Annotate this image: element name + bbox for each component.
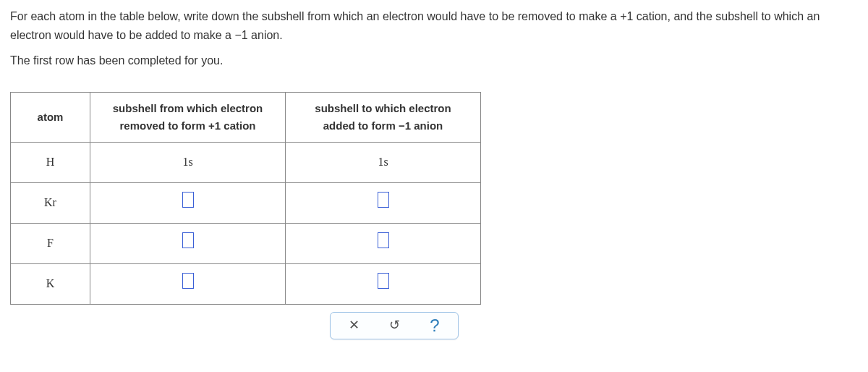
instructions: For each atom in the table below, write … [10, 7, 858, 70]
answer-input[interactable] [182, 273, 194, 289]
help-button[interactable]: ? [427, 318, 442, 333]
answer-input[interactable] [378, 192, 389, 208]
answer-input[interactable] [378, 232, 389, 248]
table-row: H 1s 1s [11, 142, 481, 182]
question-table: atom subshell from which electron remove… [10, 92, 481, 305]
help-icon: ? [430, 312, 439, 339]
header-remove: subshell from which electron removed to … [90, 92, 286, 142]
clear-button[interactable]: ✕ [346, 318, 361, 333]
atom-cell: H [11, 142, 90, 182]
add-cell: 1s [286, 142, 481, 182]
answer-input[interactable] [182, 232, 194, 248]
answer-toolbar: ✕ ↺ ? [330, 312, 459, 339]
answer-input[interactable] [182, 192, 194, 208]
table-row: K [11, 263, 481, 304]
atom-cell: Kr [11, 182, 90, 223]
add-cell [286, 223, 481, 263]
add-cell [286, 263, 481, 304]
remove-cell [90, 223, 286, 263]
add-cell [286, 182, 481, 223]
atom-cell: K [11, 263, 90, 304]
instruction-line-1: For each atom in the table below, write … [10, 7, 858, 44]
header-add: subshell to which electron added to form… [286, 92, 481, 142]
table-row: Kr [11, 182, 481, 223]
remove-cell [90, 263, 286, 304]
instruction-line-2: The first row has been completed for you… [10, 51, 858, 70]
x-icon: ✕ [349, 315, 359, 336]
remove-cell [90, 182, 286, 223]
reset-button[interactable]: ↺ [387, 318, 401, 333]
remove-cell: 1s [90, 142, 286, 182]
atom-cell: F [11, 223, 90, 263]
header-atom: atom [11, 92, 90, 142]
answer-input[interactable] [378, 273, 389, 289]
reset-icon: ↺ [389, 315, 400, 336]
table-row: F [11, 223, 481, 263]
